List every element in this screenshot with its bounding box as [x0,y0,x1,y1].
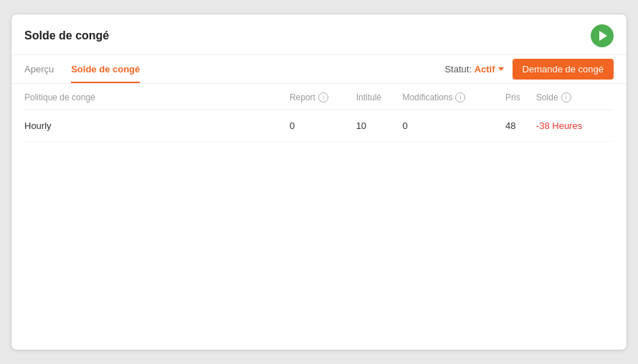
solde-table: Politique de congé Report i Intitulé Mod… [24,84,614,142]
play-icon [599,31,607,41]
cell-politique: Hourly [24,110,290,142]
col-header-report: Report i [290,84,356,110]
col-header-pris: Pris [505,84,536,110]
chevron-down-icon [498,67,504,71]
table-row: Hourly010048-38 Heures [24,110,614,142]
tab-bar-right: Statut: Actif Demande de congé [444,59,614,80]
table-container: Politique de congé Report i Intitulé Mod… [11,84,627,350]
statut-dropdown[interactable]: Actif [475,64,504,75]
tab-apercu[interactable]: Aperçu [24,55,54,83]
solde-info-icon: i [561,92,571,102]
card-header: Solde de congé [11,14,627,55]
col-header-modifications: Modifications i [402,84,505,110]
table-header-row: Politique de congé Report i Intitulé Mod… [24,84,614,110]
cell-modifications: 0 [402,110,505,142]
col-header-solde: Solde i [536,84,614,110]
solde-conge-card: Solde de congé Aperçu Solde de congé Sta… [11,14,627,350]
col-header-intitule: Intitulé [356,84,403,110]
demande-conge-button[interactable]: Demande de congé [513,59,614,80]
cell-pris: 48 [505,110,536,142]
tabs-row: Aperçu Solde de congé Statut: Actif Dema… [11,55,627,84]
play-button[interactable] [591,24,614,47]
report-info-icon: i [318,92,328,102]
cell-solde: -38 Heures [536,110,614,142]
table-body: Hourly010048-38 Heures [24,110,614,142]
statut-label: Statut: Actif [444,64,503,75]
card-title: Solde de congé [24,29,109,42]
cell-report: 0 [290,110,356,142]
cell-intitule: 10 [356,110,403,142]
tab-solde-conge[interactable]: Solde de congé [71,55,140,83]
modifications-info-icon: i [455,92,465,102]
statut-value: Actif [475,64,495,75]
col-header-politique: Politique de congé [24,84,290,110]
